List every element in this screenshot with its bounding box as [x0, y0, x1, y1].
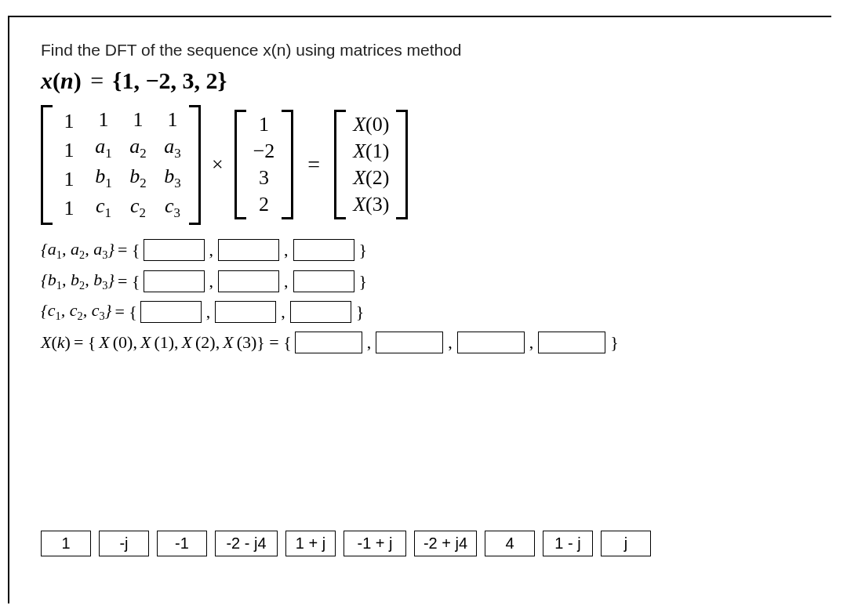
sequence-definition: x(n) = {1, −2, 3, 2}: [41, 67, 800, 94]
blank-c1[interactable]: [140, 301, 202, 323]
row-b: {b1, b2, b3} = { , , }: [41, 270, 800, 292]
choice-5[interactable]: -1 + j: [344, 531, 406, 556]
output-vector: X(0) X(1) X(2) X(3): [334, 110, 408, 219]
blank-x1[interactable]: [376, 332, 443, 353]
blank-c3[interactable]: [290, 301, 351, 323]
choice-0[interactable]: 1: [41, 531, 91, 556]
choice-8[interactable]: 1 - j: [543, 531, 593, 556]
question-text: Find the DFT of the sequence x(n) using …: [41, 41, 800, 60]
choice-6[interactable]: -2 + j4: [414, 531, 477, 556]
blank-a2[interactable]: [218, 239, 279, 261]
times-symbol: ×: [207, 153, 228, 176]
choice-4[interactable]: 1 + j: [285, 531, 336, 556]
blank-a1[interactable]: [144, 239, 205, 261]
row-c: {c1, c2, c3} = { , , }: [41, 300, 800, 323]
blank-x2[interactable]: [457, 332, 525, 353]
dft-matrix: 1 1 1 1 1 a1 b1 c1 1 a2 b2 c2 1 a3 b3: [41, 105, 201, 225]
matrix-equation: 1 1 1 1 1 a1 b1 c1 1 a2 b2 c2 1 a3 b3: [41, 105, 800, 225]
blank-b2[interactable]: [218, 270, 279, 292]
answer-choices: 1 -j -1 -2 - j4 1 + j -1 + j -2 + j4 4 1…: [41, 531, 651, 556]
choice-1[interactable]: -j: [99, 531, 149, 556]
row-a: {a1, a2, a3} = { , , }: [41, 239, 800, 262]
blank-c2[interactable]: [215, 301, 276, 323]
blank-b3[interactable]: [293, 270, 354, 292]
blank-x3[interactable]: [538, 332, 605, 353]
row-xk: X(k) = {X(0), X(1), X(2), X(3)} = { , , …: [41, 332, 800, 353]
question-frame: Find the DFT of the sequence x(n) using …: [8, 16, 831, 603]
blank-b1[interactable]: [144, 270, 205, 292]
choice-3[interactable]: -2 - j4: [215, 531, 278, 556]
equals-symbol: =: [300, 152, 328, 177]
choice-9[interactable]: j: [601, 531, 651, 556]
blank-x0[interactable]: [295, 332, 362, 353]
choice-7[interactable]: 4: [485, 531, 535, 556]
blank-a3[interactable]: [293, 239, 354, 261]
choice-2[interactable]: -1: [157, 531, 207, 556]
input-vector: 1 −2 3 2: [234, 110, 294, 219]
